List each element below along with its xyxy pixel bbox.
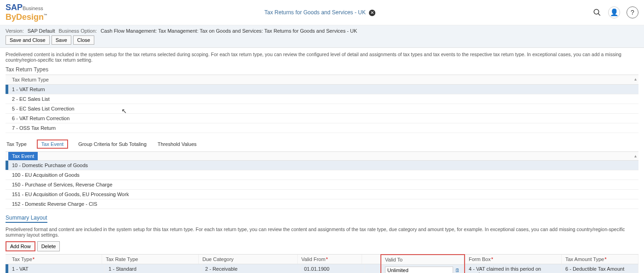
tabs: Tax Type Tax Event Group Criteria for Su… bbox=[6, 139, 638, 149]
option-label: Business Option: bbox=[58, 28, 97, 34]
summary-layout-title: Summary Layout bbox=[6, 215, 47, 223]
valid-to-input[interactable] bbox=[385, 267, 453, 273]
description-text: Predelivered content is included in the … bbox=[6, 52, 638, 63]
summary-description: Predelivered format and content are incl… bbox=[6, 227, 638, 238]
tab-threshold[interactable]: Threshold Values bbox=[157, 139, 198, 149]
table-row[interactable]: 1 - VAT 1 - Standard 2 - Receivable 01.0… bbox=[6, 264, 380, 273]
col-tax-type: Tax Type bbox=[6, 255, 102, 264]
valid-to-column-highlight: Valid To 🗓 🗓 🗓 🗓 bbox=[380, 254, 465, 273]
close-title-icon[interactable]: ✕ bbox=[369, 10, 375, 16]
summary-table-left: Tax Type Tax Rate Type Due Category Vali… bbox=[6, 254, 380, 273]
tax-return-types-title: Tax Return Types bbox=[6, 66, 638, 73]
page-title: Tax Returns for Goods and Services - UK bbox=[264, 9, 366, 16]
svg-point-0 bbox=[594, 9, 599, 14]
table-row[interactable]: 1 - VAT Return bbox=[6, 85, 638, 94]
top-bar: SAPBusiness ByDesign™ Tax Returns for Go… bbox=[0, 0, 644, 25]
table-row[interactable]: 2 - EC Sales List bbox=[6, 94, 638, 104]
option-value: Cash Flow Management: Tax Management: Ta… bbox=[101, 28, 357, 34]
tab-tax-type[interactable]: Tax Type bbox=[6, 139, 28, 149]
logo-business: Business bbox=[23, 6, 43, 11]
table-row[interactable]: 151 - EU Acquisition of Goods, EU Proces… bbox=[6, 190, 638, 199]
search-icon[interactable] bbox=[592, 8, 602, 17]
tax-return-types-table: Tax Return Type▴ 1 - VAT Return 2 - EC S… bbox=[6, 75, 638, 133]
tab-tax-event[interactable]: Tax Event bbox=[37, 139, 68, 149]
page-title-wrap: Tax Returns for Goods and Services - UK … bbox=[47, 9, 592, 16]
calendar-icon[interactable]: 🗓 bbox=[455, 267, 460, 273]
help-icon[interactable]: ? bbox=[627, 6, 638, 18]
meta-bar: Version: SAP Default Business Option: Ca… bbox=[0, 25, 644, 48]
col-valid-to: Valid To bbox=[381, 255, 464, 264]
avatar[interactable]: 👤 bbox=[608, 6, 620, 18]
table-row[interactable]: 150 - Purchase of Services, Reverse Char… bbox=[6, 180, 638, 190]
col-rate-type: Tax Rate Type bbox=[102, 255, 199, 264]
svg-line-1 bbox=[598, 13, 600, 16]
col-due-category: Due Category bbox=[199, 255, 298, 264]
version-value: SAP Default bbox=[28, 28, 55, 34]
logo-bydesign: ByDesign bbox=[6, 12, 44, 22]
topbar-right: 👤 ? bbox=[592, 6, 638, 18]
table-row[interactable]: 152 - Domestic Reverse Charge - CIS bbox=[6, 199, 638, 209]
tab-group-criteria[interactable]: Group Criteria for Sub Totaling bbox=[77, 139, 147, 149]
tax-event-table: Tax Event▴ 10 - Domestic Purchase of Goo… bbox=[6, 151, 638, 209]
logo-sap: SAP bbox=[6, 3, 23, 12]
table-row[interactable]: 10 - Domestic Purchase of Goods bbox=[6, 161, 638, 170]
table-row[interactable]: 100 - EU Acquisition of Goods bbox=[6, 170, 638, 180]
close-button[interactable]: Close bbox=[73, 35, 94, 45]
types-header: Tax Return Type bbox=[6, 75, 52, 84]
col-form-box: Form Box bbox=[465, 255, 562, 264]
tax-event-header: Tax Event bbox=[8, 152, 38, 160]
col-valid-from: Valid From bbox=[298, 255, 362, 264]
table-row[interactable]: 7 - OSS Tax Return bbox=[6, 123, 638, 133]
table-row[interactable]: 🗓 bbox=[381, 265, 464, 273]
summary-table-right: Form Box Tax Amount Type 4 - VAT claimed… bbox=[465, 254, 638, 273]
table-row[interactable]: 6 - VAT Return Correction bbox=[6, 114, 638, 123]
save-button[interactable]: Save bbox=[52, 35, 71, 45]
table-row[interactable]: 4 - VAT claimed in this period on purcha… bbox=[465, 264, 638, 273]
collapse-icon[interactable]: ▴ bbox=[634, 153, 637, 158]
table-row[interactable]: 5 - EC Sales List Correction bbox=[6, 104, 638, 114]
col-tax-amount-type: Tax Amount Type bbox=[562, 255, 638, 264]
delete-button[interactable]: Delete bbox=[37, 241, 60, 251]
version-label: Version: bbox=[6, 28, 24, 34]
collapse-icon[interactable]: ▴ bbox=[634, 76, 637, 81]
logo: SAPBusiness ByDesign™ bbox=[6, 3, 47, 22]
save-and-close-button[interactable]: Save and Close bbox=[6, 35, 50, 45]
add-row-button[interactable]: Add Row bbox=[6, 241, 35, 251]
